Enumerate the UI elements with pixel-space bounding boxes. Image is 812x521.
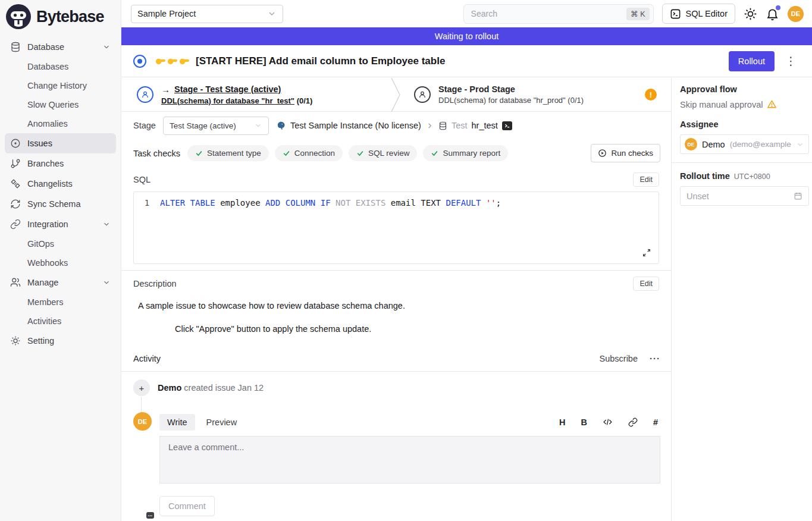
- notifications-bell-button[interactable]: [766, 7, 779, 21]
- description-edit-button[interactable]: Edit: [633, 277, 659, 291]
- chevron-down-icon: [102, 43, 111, 51]
- sidebar-item-setting[interactable]: Setting: [5, 331, 116, 351]
- issue-title-row: [START HERE] Add email column to Employe…: [121, 45, 812, 77]
- warning-exclamation-icon: !: [645, 89, 657, 101]
- assignee-label: Assignee: [680, 120, 809, 129]
- expand-fullscreen-icon[interactable]: [642, 248, 651, 258]
- assignee-email: (demo@example: [730, 140, 791, 149]
- heading-format-icon[interactable]: H: [559, 418, 565, 427]
- stage-separator-chevron: [390, 78, 403, 111]
- search-input[interactable]: [471, 9, 622, 18]
- approval-flow-label: Approval flow: [680, 84, 809, 94]
- sidebar-item-branches[interactable]: Branches: [5, 153, 116, 174]
- assignee-select-dropdown[interactable]: DE Demo (demo@example: [680, 134, 809, 154]
- run-checks-button[interactable]: Run checks: [591, 144, 660, 162]
- comment-input[interactable]: [159, 436, 660, 484]
- sidebar-item-anomalies[interactable]: Anomalies: [5, 114, 116, 133]
- bold-format-icon[interactable]: B: [581, 418, 587, 427]
- sidebar-item-integration[interactable]: Integration: [5, 214, 116, 234]
- project-select-value: Sample Project: [137, 9, 262, 18]
- hash-format-icon[interactable]: #: [653, 418, 658, 427]
- timezone-label: UTC+0800: [734, 172, 770, 181]
- stage-task-link[interactable]: DDL(schema) for database "hr_test": [161, 96, 294, 105]
- link-format-icon[interactable]: [628, 418, 638, 427]
- issue-circle-dot-icon: [10, 138, 21, 149]
- code-format-icon[interactable]: [603, 417, 613, 427]
- sidebar-item-changelists[interactable]: Changelists: [5, 174, 116, 194]
- brand-logo[interactable]: Bytebase: [0, 0, 121, 33]
- chevron-right-icon: [425, 121, 434, 130]
- environment-name: Test: [452, 121, 468, 130]
- comment-bubble-badge-icon: •••: [146, 512, 154, 519]
- activity-entry: + Demo created issue Jan 12: [121, 372, 671, 396]
- stage-task-text: DDL(schema) for database "hr_prod": [438, 96, 566, 105]
- sidebar-item-webhooks[interactable]: Webhooks: [5, 253, 116, 272]
- sidebar-item-slow-queries[interactable]: Slow Queries: [5, 95, 116, 114]
- sidebar-item-manage[interactable]: Manage: [5, 272, 116, 293]
- rollout-button[interactable]: Rollout: [729, 51, 775, 71]
- sidebar-item-issues[interactable]: Issues: [5, 133, 116, 153]
- terminal-icon: [670, 8, 681, 20]
- left-sidebar: Bytebase Database Databases Change Histo…: [0, 0, 121, 521]
- main-area: Sample Project ⌘ K SQL Editor DE Waiting…: [121, 0, 812, 521]
- activity-user[interactable]: Demo: [158, 383, 181, 393]
- task-checks-row: Task checks Statement type Connection SQ…: [121, 139, 671, 167]
- tab-write[interactable]: Write: [159, 414, 195, 431]
- stage-name[interactable]: Stage - Test Stage (active): [174, 84, 281, 94]
- comment-submit-button[interactable]: Comment: [159, 496, 215, 516]
- issue-status-icon: [133, 55, 146, 68]
- sidebar-item-change-history[interactable]: Change History: [5, 76, 116, 95]
- project-select[interactable]: Sample Project: [131, 5, 283, 23]
- bytebase-logo-icon: [6, 4, 31, 29]
- sidebar-item-database[interactable]: Database: [5, 37, 116, 57]
- subscribe-button[interactable]: Subscribe: [600, 354, 638, 363]
- notification-dot: [776, 5, 780, 10]
- sync-refresh-icon: [10, 199, 21, 209]
- database-icon: [438, 121, 447, 130]
- check-pill-statement-type[interactable]: Statement type: [187, 145, 269, 161]
- sidebar-item-databases[interactable]: Databases: [5, 57, 116, 76]
- check-pill-summary-report[interactable]: Summary report: [423, 145, 508, 161]
- check-pill-connection[interactable]: Connection: [275, 145, 343, 161]
- sql-editor-button[interactable]: SQL Editor: [662, 4, 735, 24]
- rollout-time-picker[interactable]: Unset: [680, 186, 809, 206]
- stage-select-dropdown[interactable]: Test Stage (active): [163, 117, 269, 135]
- comment-tabs: Write Preview H B #: [159, 412, 660, 432]
- chevron-down-icon: [254, 121, 262, 130]
- database-name[interactable]: hr_test: [472, 121, 498, 130]
- stage-card-test[interactable]: → Stage - Test Stage (active) DDL(schema…: [121, 78, 390, 111]
- kebab-menu-button[interactable]: ⋮: [780, 54, 801, 68]
- database-icon: [10, 42, 21, 52]
- sql-section: SQL Edit 1 ALTER TABLE employee ADD COLU…: [121, 167, 671, 270]
- chevron-down-icon: [267, 9, 277, 18]
- warning-triangle-icon: [767, 99, 777, 109]
- sql-code-editor[interactable]: 1 ALTER TABLE employee ADD COLUMN IF NOT…: [133, 192, 659, 264]
- circle-play-icon: [598, 149, 607, 158]
- stage-name: Stage - Prod Stage: [438, 84, 515, 94]
- description-paragraph: A sample issue to showcase how to review…: [138, 301, 659, 310]
- open-sql-editor-icon[interactable]: [502, 121, 512, 130]
- search-shortcut-badge: ⌘ K: [626, 8, 649, 20]
- settings-gear-button[interactable]: [744, 7, 757, 21]
- sidebar-item-sync-schema[interactable]: Sync Schema: [5, 194, 116, 214]
- check-pill-sql-review[interactable]: SQL review: [349, 145, 417, 161]
- comment-editor-block: DE ••• Write Preview H B #: [121, 396, 671, 516]
- chevron-down-icon: [102, 278, 111, 287]
- instance-name[interactable]: Test Sample Instance (No license): [290, 121, 421, 130]
- calendar-icon: [794, 192, 802, 200]
- sql-edit-button[interactable]: Edit: [633, 172, 659, 187]
- description-paragraph: Click "Approve" button to apply the sche…: [175, 324, 659, 334]
- search-box[interactable]: ⌘ K: [463, 4, 654, 24]
- sidebar-item-activities[interactable]: Activities: [5, 312, 116, 331]
- stage-selector-row: Stage Test Stage (active) Test Sample In…: [121, 112, 671, 139]
- activity-header: Activity Subscribe ···: [121, 346, 671, 372]
- activity-more-menu-icon[interactable]: ···: [650, 353, 660, 363]
- user-avatar[interactable]: DE: [788, 6, 804, 22]
- sidebar-item-gitops[interactable]: GitOps: [5, 234, 116, 253]
- stage-card-prod[interactable]: Stage - Prod Stage DDL(schema) for datab…: [403, 78, 671, 111]
- sql-statement: ALTER TABLE employee ADD COLUMN IF NOT E…: [160, 198, 501, 208]
- sidebar-item-members[interactable]: Members: [5, 293, 116, 312]
- tab-preview[interactable]: Preview: [199, 414, 245, 431]
- current-stage-arrow-icon: →: [161, 84, 170, 95]
- status-banner: Waiting to rollout: [121, 27, 812, 45]
